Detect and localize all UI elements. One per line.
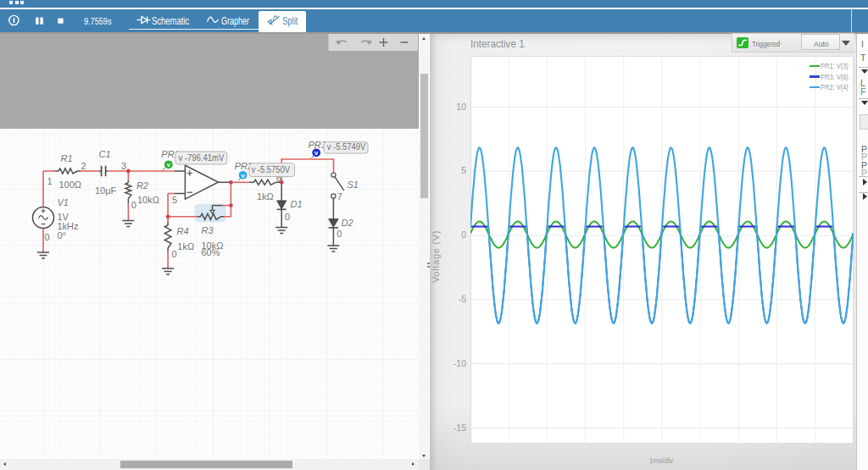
svg-text:0: 0 <box>172 249 177 259</box>
svg-text:v -5.5749V: v -5.5749V <box>327 141 366 152</box>
svg-text:v -796.41mV: v -796.41mV <box>178 152 225 163</box>
svg-text:V1: V1 <box>58 197 69 207</box>
svg-text:0: 0 <box>45 232 50 242</box>
svg-text:R1: R1 <box>61 153 73 163</box>
svg-text:1kΩ: 1kΩ <box>177 241 194 252</box>
svg-text:5: 5 <box>172 195 177 205</box>
svg-text:S1: S1 <box>348 180 359 190</box>
svg-text:C1: C1 <box>99 149 111 159</box>
svg-text:1kΩ: 1kΩ <box>257 191 274 202</box>
svg-text:R4: R4 <box>177 226 189 236</box>
svg-text:7: 7 <box>337 191 342 202</box>
svg-text:100Ω: 100Ω <box>59 180 82 190</box>
svg-text:v -5.5750V: v -5.5750V <box>252 164 291 174</box>
svg-text:D2: D2 <box>342 218 353 228</box>
svg-text:1: 1 <box>47 176 52 186</box>
svg-text:10kΩ: 10kΩ <box>137 195 159 205</box>
svg-text:D1: D1 <box>291 199 303 209</box>
svg-text:R2: R2 <box>136 180 148 191</box>
svg-text:R3: R3 <box>202 225 214 235</box>
svg-text:0: 0 <box>285 212 290 222</box>
svg-text:0: 0 <box>337 229 342 239</box>
svg-text:0: 0 <box>131 200 136 210</box>
svg-text:2: 2 <box>81 161 86 171</box>
svg-text:10µF: 10µF <box>95 185 117 196</box>
svg-text:60%: 60% <box>202 247 220 257</box>
svg-text:3: 3 <box>121 161 126 171</box>
svg-text:0°: 0° <box>58 230 67 241</box>
